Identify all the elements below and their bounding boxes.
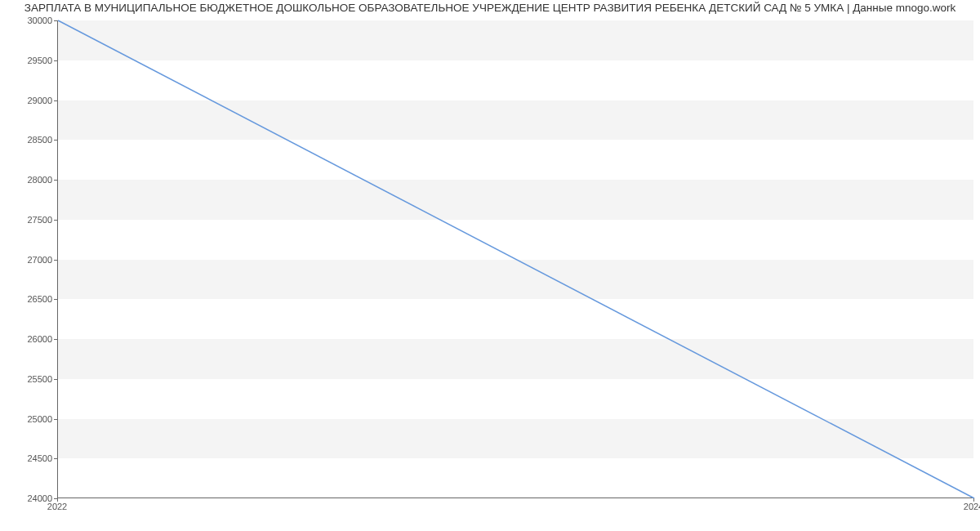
data-series-line bbox=[58, 20, 974, 498]
line-layer bbox=[58, 20, 973, 498]
y-tick-label: 27000 bbox=[3, 255, 52, 265]
y-tick-label: 29000 bbox=[3, 96, 52, 105]
y-tick-mark bbox=[54, 419, 57, 420]
y-tick-mark bbox=[54, 100, 57, 101]
y-tick-mark bbox=[54, 180, 57, 181]
y-tick-label: 26000 bbox=[3, 334, 52, 344]
y-tick-label: 25500 bbox=[3, 374, 52, 384]
y-tick-mark bbox=[54, 220, 57, 221]
y-tick-label: 27500 bbox=[3, 215, 52, 225]
x-tick-mark bbox=[973, 498, 974, 502]
y-tick-label: 24000 bbox=[3, 493, 52, 503]
y-tick-mark bbox=[54, 379, 57, 380]
y-tick-label: 28000 bbox=[3, 175, 52, 185]
y-tick-mark bbox=[54, 20, 57, 21]
y-tick-mark bbox=[54, 299, 57, 300]
x-tick-label: 2022 bbox=[47, 502, 67, 511]
chart-container: ЗАРПЛАТА В МУНИЦИПАЛЬНОЕ БЮДЖЕТНОЕ ДОШКО… bbox=[0, 0, 980, 531]
chart-title: ЗАРПЛАТА В МУНИЦИПАЛЬНОЕ БЮДЖЕТНОЕ ДОШКО… bbox=[0, 2, 980, 14]
y-tick-mark bbox=[54, 458, 57, 459]
y-tick-mark bbox=[54, 60, 57, 61]
y-tick-mark bbox=[54, 260, 57, 261]
x-tick-mark bbox=[57, 498, 58, 502]
plot-area bbox=[57, 20, 973, 498]
y-tick-label: 24500 bbox=[3, 453, 52, 463]
y-tick-label: 29500 bbox=[3, 56, 52, 65]
y-tick-label: 25000 bbox=[3, 414, 52, 424]
x-tick-label: 2024 bbox=[964, 502, 980, 511]
y-tick-label: 26500 bbox=[3, 294, 52, 304]
y-tick-label: 28500 bbox=[3, 135, 52, 145]
y-tick-mark bbox=[54, 339, 57, 340]
y-tick-label: 30000 bbox=[3, 16, 52, 25]
y-tick-mark bbox=[54, 140, 57, 141]
